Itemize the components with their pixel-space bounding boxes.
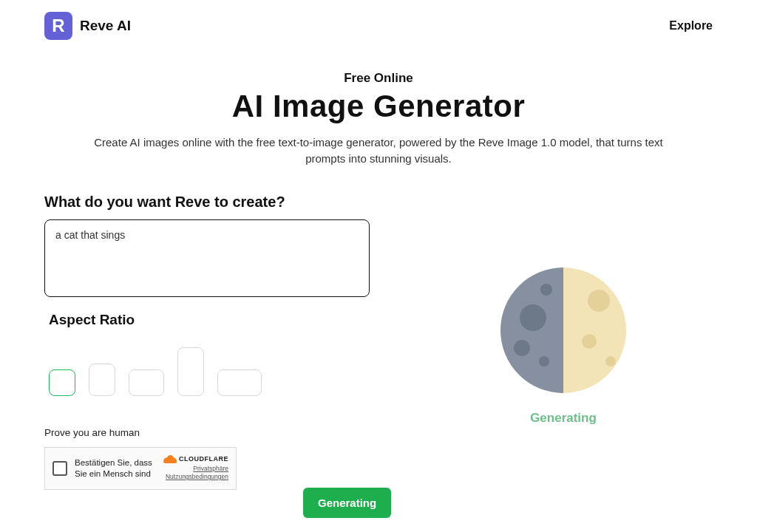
header: R Reve AI Explore <box>0 0 757 40</box>
left-column: What do you want Reve to create? Aspect … <box>44 194 384 490</box>
captcha-widget: Bestätigen Sie, dass Sie ein Mensch sind… <box>44 447 237 490</box>
captcha-terms-link[interactable]: Nutzungsbedingungen <box>166 473 228 480</box>
aspect-option-3-4[interactable] <box>89 364 115 396</box>
aspect-option-9-16[interactable] <box>177 347 204 396</box>
aspect-option-4-3[interactable] <box>129 369 164 396</box>
hero-subtitle: Create AI images online with the free te… <box>90 134 667 167</box>
captcha-label: Prove you are human <box>44 427 384 438</box>
preview-column: Generating <box>414 194 713 490</box>
brand[interactable]: R Reve AI <box>44 12 131 40</box>
preview-status: Generating <box>530 411 597 426</box>
generate-button[interactable]: Generating <box>303 488 391 518</box>
page-title: AI Image Generator <box>0 89 757 124</box>
explore-link[interactable]: Explore <box>669 19 713 33</box>
captcha-checkbox[interactable] <box>52 461 67 476</box>
aspect-option-16-9[interactable] <box>217 369 262 396</box>
aspect-ratio-options <box>49 347 384 396</box>
prompt-input[interactable] <box>44 219 370 297</box>
content-row: What do you want Reve to create? Aspect … <box>0 167 757 490</box>
hero: Free Online AI Image Generator Create AI… <box>0 71 757 167</box>
brand-name: Reve AI <box>80 18 131 34</box>
cloudflare-icon <box>163 455 177 463</box>
loading-moon-icon <box>500 267 626 393</box>
aspect-ratio-label: Aspect Ratio <box>49 312 384 328</box>
hero-eyebrow: Free Online <box>0 71 757 86</box>
prompt-label: What do you want Reve to create? <box>44 194 384 211</box>
captcha-privacy-link[interactable]: Privatsphäre <box>193 465 228 472</box>
captcha-provider: CLOUDFLARE Privatsphäre Nutzungsbedingun… <box>163 455 228 481</box>
aspect-option-1-1[interactable] <box>49 369 75 396</box>
cloudflare-word: CLOUDFLARE <box>179 455 228 463</box>
captcha-text: Bestätigen Sie, dass Sie ein Mensch sind <box>75 457 156 479</box>
logo-icon: R <box>44 12 72 40</box>
